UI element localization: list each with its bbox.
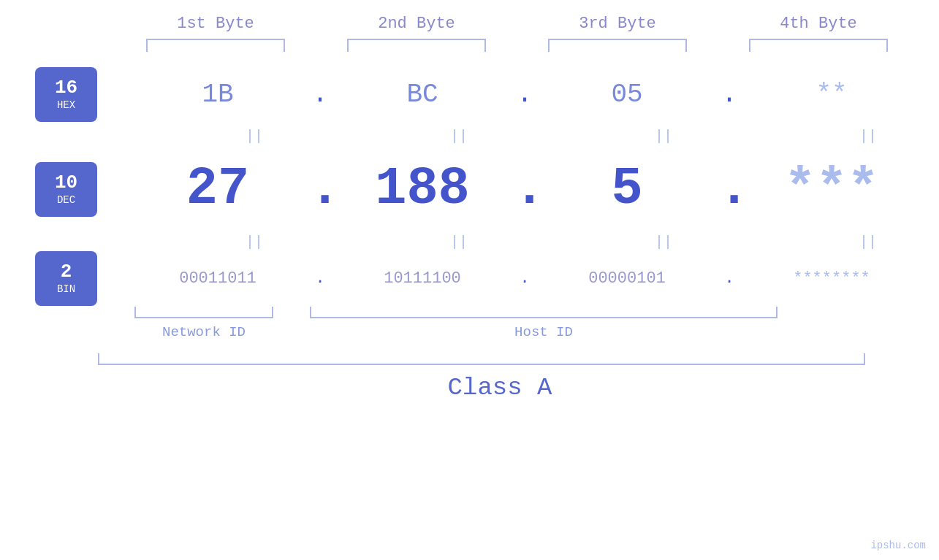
bracket-byte1 [146, 39, 285, 52]
host-id-group: Host ID [310, 307, 778, 340]
hex-byte4: ** [748, 80, 916, 110]
bracket-byte3 [548, 39, 687, 52]
network-id-bracket [134, 307, 273, 318]
eq-row-1: || || || || [0, 123, 939, 149]
dec-row: 10 DEC 27 . 188 . 5 . *** [0, 149, 939, 229]
bin-values: 00011011 . 10111100 . 00000101 . *******… [134, 269, 939, 288]
byte4-header: 4th Byte [738, 15, 899, 33]
top-brackets [115, 39, 919, 52]
dec-values: 27 . 188 . 5 . *** [134, 159, 939, 219]
bin-byte4: ******** [748, 269, 916, 288]
hex-badge-num: 16 [55, 78, 77, 97]
id-labels-row: Network ID Host ID [134, 307, 938, 340]
dec-byte4: *** [748, 159, 916, 219]
bin-dot2: . [506, 269, 543, 288]
byte-headers: 1st Byte 2nd Byte 3rd Byte 4th Byte [115, 15, 919, 33]
byte1-header: 1st Byte [135, 15, 296, 33]
hex-row: 16 HEX 1B . BC . 05 . ** [0, 65, 939, 123]
bin-badge-num: 2 [61, 262, 72, 281]
dec-byte3: 5 [543, 159, 711, 219]
network-id-group: Network ID [134, 307, 273, 340]
main-container: 1st Byte 2nd Byte 3rd Byte 4th Byte 16 H… [0, 0, 939, 560]
hex-dot1: . [302, 80, 338, 110]
host-id-bracket [310, 307, 778, 318]
full-bottom-bracket [98, 353, 865, 365]
hex-badge: 16 HEX [35, 67, 97, 122]
watermark: ipshu.com [870, 540, 926, 551]
byte2-header: 2nd Byte [336, 15, 497, 33]
dec-byte2: 188 [338, 159, 506, 219]
hex-dot3: . [711, 80, 748, 110]
class-area: Class A [98, 353, 902, 402]
bin-dot1: . [302, 269, 338, 288]
dec-badge: 10 DEC [35, 162, 97, 217]
hex-values: 1B . BC . 05 . ** [134, 80, 939, 110]
bin-byte1: 00011011 [134, 269, 302, 288]
network-id-label: Network ID [162, 324, 246, 340]
dec-dot3: . [711, 159, 748, 219]
byte3-header: 3rd Byte [537, 15, 698, 33]
host-id-label: Host ID [514, 324, 573, 340]
hex-badge-label: HEX [57, 99, 75, 111]
dec-badge-label: DEC [57, 194, 75, 206]
dec-byte1: 27 [134, 159, 302, 219]
bin-row: 2 BIN 00011011 . 10111100 . 00000101 . [0, 255, 939, 302]
dec-badge-num: 10 [55, 173, 77, 192]
hex-dot2: . [506, 80, 543, 110]
eq-row-2: || || || || [0, 229, 939, 255]
hex-byte1: 1B [134, 80, 302, 110]
bin-byte2: 10111100 [338, 269, 506, 288]
class-label: Class A [116, 374, 883, 402]
bracket-byte2 [347, 39, 486, 52]
bin-badge-label: BIN [57, 283, 75, 295]
eq-group-1: || || || || [170, 128, 939, 145]
hex-byte3: 05 [543, 80, 711, 110]
bracket-byte4 [749, 39, 888, 52]
bin-badge: 2 BIN [35, 251, 97, 306]
dec-dot1: . [302, 159, 338, 219]
eq-group-2: || || || || [170, 234, 939, 250]
dec-dot2: . [506, 159, 543, 219]
bin-byte3: 00000101 [543, 269, 711, 288]
hex-byte2: BC [338, 80, 506, 110]
bin-dot3: . [711, 269, 748, 288]
